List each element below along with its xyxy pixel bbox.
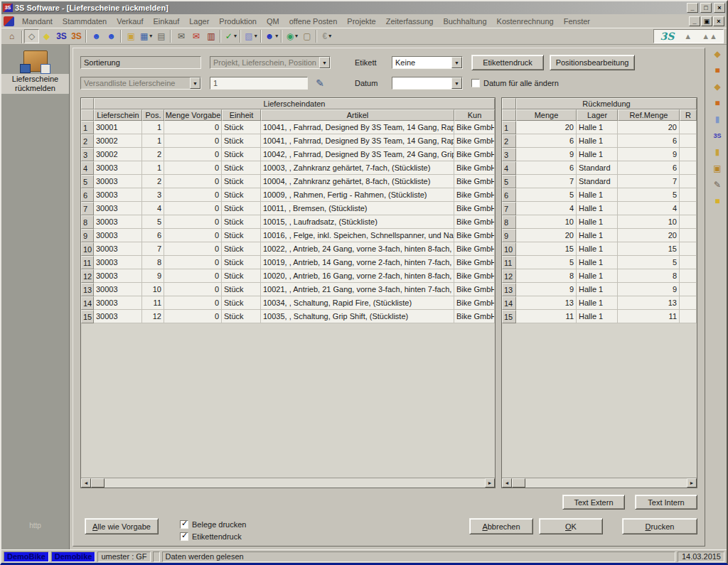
column-header-menge[interactable]: Menge bbox=[516, 109, 577, 121]
table-row[interactable]: 7 30003 4 0 Stück 10011, , Bremsen, (Stü… bbox=[81, 202, 495, 215]
table-row[interactable]: 15 11 Halle 1 11 bbox=[502, 310, 697, 323]
cell-lager[interactable]: Halle 1 bbox=[577, 242, 618, 256]
toolbar-button[interactable]: ◇ bbox=[24, 29, 39, 43]
row-number[interactable]: 2 bbox=[502, 134, 516, 148]
cell-artikel[interactable]: 10042, , Fahrrad, Designed By 3S Team, 2… bbox=[261, 148, 454, 161]
cell-lager[interactable]: Halle 1 bbox=[577, 215, 618, 229]
cell-lager[interactable]: Halle 1 bbox=[577, 310, 618, 323]
toolbar-button[interactable]: ▤ bbox=[154, 29, 168, 43]
table-row[interactable]: 10 30003 7 0 Stück 10022, , Antrieb, 24 … bbox=[81, 242, 495, 256]
chevron-down-icon[interactable]: ▾ bbox=[275, 30, 278, 43]
row-number[interactable]: 6 bbox=[502, 188, 516, 202]
row-number[interactable]: 8 bbox=[81, 215, 94, 229]
cell-einheit[interactable]: Stück bbox=[222, 310, 261, 323]
cell-lieferschein[interactable]: 30003 bbox=[94, 269, 142, 283]
cell-menge-vorgabe[interactable]: 0 bbox=[164, 310, 222, 323]
table-row[interactable]: 12 30003 9 0 Stück 10020, , Antrieb, 16 … bbox=[81, 269, 495, 283]
cell-lager[interactable]: Halle 1 bbox=[577, 148, 618, 161]
menu-item[interactable]: QM bbox=[262, 16, 284, 27]
cell-pos[interactable]: 6 bbox=[142, 229, 164, 242]
cell-kunde[interactable]: Bike GmbH bbox=[454, 148, 495, 161]
row-number[interactable]: 7 bbox=[81, 202, 94, 215]
cell-einheit[interactable]: Stück bbox=[222, 256, 261, 269]
cell-artikel[interactable]: 10015, , Laufradsatz, (Stückliste) bbox=[261, 215, 454, 229]
cell-menge[interactable]: 10 bbox=[516, 215, 577, 229]
menu-item[interactable]: Produktion bbox=[214, 16, 262, 27]
minimize-button[interactable]: _ bbox=[687, 3, 698, 13]
cell-lager[interactable]: Standard bbox=[577, 161, 618, 175]
cell-einheit[interactable]: Stück bbox=[222, 296, 261, 310]
menu-item[interactable]: Buchhaltung bbox=[438, 16, 491, 27]
cell-pos[interactable]: 1 bbox=[142, 134, 164, 148]
cell-ref-menge[interactable]: 7 bbox=[618, 175, 680, 188]
cell-menge[interactable]: 4 bbox=[516, 202, 577, 215]
cell-artikel[interactable]: 10004, , Zahnkranz gehärtet, 8-fach, (St… bbox=[261, 175, 454, 188]
cell-menge[interactable]: 7 bbox=[516, 175, 577, 188]
belege-drucken-checkbox[interactable]: ✓ bbox=[180, 520, 188, 529]
row-number[interactable]: 9 bbox=[81, 229, 94, 242]
cell-kunde[interactable]: Bike GmbH bbox=[454, 175, 495, 188]
cell-ref-menge[interactable]: 6 bbox=[618, 161, 680, 175]
module-icon[interactable]: ✎ bbox=[711, 178, 724, 190]
module-icon[interactable]: ▮ bbox=[711, 113, 724, 125]
row-number[interactable]: 13 bbox=[502, 283, 516, 296]
row-number[interactable]: 7 bbox=[502, 202, 516, 215]
mdi-close-button[interactable]: × bbox=[713, 16, 724, 26]
column-header-artikel[interactable]: Artikel bbox=[261, 109, 454, 121]
belege-drucken-label[interactable]: Belege drucken bbox=[192, 520, 246, 529]
cell-lager[interactable]: Halle 1 bbox=[577, 283, 618, 296]
module-icon[interactable]: 3S bbox=[711, 129, 724, 141]
table-row[interactable]: 7 4 Halle 1 4 bbox=[502, 202, 697, 215]
column-header-r[interactable]: R bbox=[680, 109, 697, 121]
cell-artikel[interactable]: 10019, , Antrieb, 14 Gang, vorne 2-fach,… bbox=[261, 256, 454, 269]
table-row[interactable]: 9 20 Halle 1 20 bbox=[502, 229, 697, 242]
row-number[interactable]: 11 bbox=[502, 256, 516, 269]
chevron-down-icon[interactable]: ▼ bbox=[451, 57, 462, 68]
cell-kunde[interactable]: Bike GmbH bbox=[454, 121, 495, 134]
cell-lieferschein[interactable]: 30003 bbox=[94, 296, 142, 310]
cell-menge[interactable]: 20 bbox=[516, 121, 577, 134]
row-number[interactable]: 5 bbox=[81, 175, 94, 188]
toolbar-button[interactable]: ▧ ▾ bbox=[243, 29, 258, 43]
cell-pos[interactable]: 1 bbox=[142, 121, 164, 134]
toolbar-button[interactable]: ◉ ▾ bbox=[284, 29, 299, 43]
cell-lieferschein[interactable]: 30003 bbox=[94, 202, 142, 215]
cell-artikel[interactable]: 10022, , Antrieb, 24 Gang, vorne 3-fach,… bbox=[261, 242, 454, 256]
app-icon[interactable]: 3S bbox=[3, 4, 13, 12]
cell-menge-vorgabe[interactable]: 0 bbox=[164, 161, 222, 175]
cell-menge-vorgabe[interactable]: 0 bbox=[164, 269, 222, 283]
menu-item[interactable]: Zeiterfassung bbox=[381, 16, 439, 27]
toolbar-button[interactable]: ▦ ▾ bbox=[139, 29, 154, 43]
cell-einheit[interactable]: Stück bbox=[222, 283, 261, 296]
row-number[interactable]: 3 bbox=[502, 148, 516, 161]
cell-einheit[interactable]: Stück bbox=[222, 175, 261, 188]
cell-menge-vorgabe[interactable]: 0 bbox=[164, 242, 222, 256]
cell-menge-vorgabe[interactable]: 0 bbox=[164, 215, 222, 229]
cell-menge[interactable]: 5 bbox=[516, 256, 577, 269]
cell-ref-menge[interactable]: 11 bbox=[618, 310, 680, 323]
module-icon[interactable]: ▮ bbox=[711, 146, 724, 158]
menu-item[interactable]: Projekte bbox=[342, 16, 380, 27]
cell-menge-vorgabe[interactable]: 0 bbox=[164, 229, 222, 242]
cell-menge-vorgabe[interactable]: 0 bbox=[164, 188, 222, 202]
cell-pos[interactable]: 3 bbox=[142, 188, 164, 202]
cell-artikel[interactable]: 10021, , Antrieb, 21 Gang, vorne 3-fach,… bbox=[261, 283, 454, 296]
row-number[interactable]: 2 bbox=[81, 134, 94, 148]
sort-order-dropdown[interactable]: Projekt, Lieferschein, Position ▼ bbox=[210, 56, 331, 69]
table-row[interactable]: 4 6 Standard 6 bbox=[502, 161, 697, 175]
cell-menge-vorgabe[interactable]: 0 bbox=[164, 148, 222, 161]
cell-pos[interactable]: 7 bbox=[142, 242, 164, 256]
cell-lieferschein[interactable]: 30003 bbox=[94, 175, 142, 188]
cell-pos[interactable]: 12 bbox=[142, 310, 164, 323]
chevron-down-icon[interactable]: ▾ bbox=[255, 30, 257, 43]
module-icon[interactable]: ◆ bbox=[711, 48, 724, 60]
cell-einheit[interactable]: Stück bbox=[222, 229, 261, 242]
cell-lieferschein[interactable]: 30003 bbox=[94, 229, 142, 242]
cell-lieferschein[interactable]: 30003 bbox=[94, 283, 142, 296]
cell-artikel[interactable]: 10035, , Schaltung, Grip Shift, (Stückli… bbox=[261, 310, 454, 323]
etikettendruck-label[interactable]: Etikettendruck bbox=[192, 532, 242, 541]
row-number[interactable]: 10 bbox=[81, 242, 94, 256]
cell-menge-vorgabe[interactable]: 0 bbox=[164, 202, 222, 215]
cell-artikel[interactable]: 10034, , Schaltung, Rapid Fire, (Stückli… bbox=[261, 296, 454, 310]
cell-ref-menge[interactable]: 10 bbox=[618, 215, 680, 229]
